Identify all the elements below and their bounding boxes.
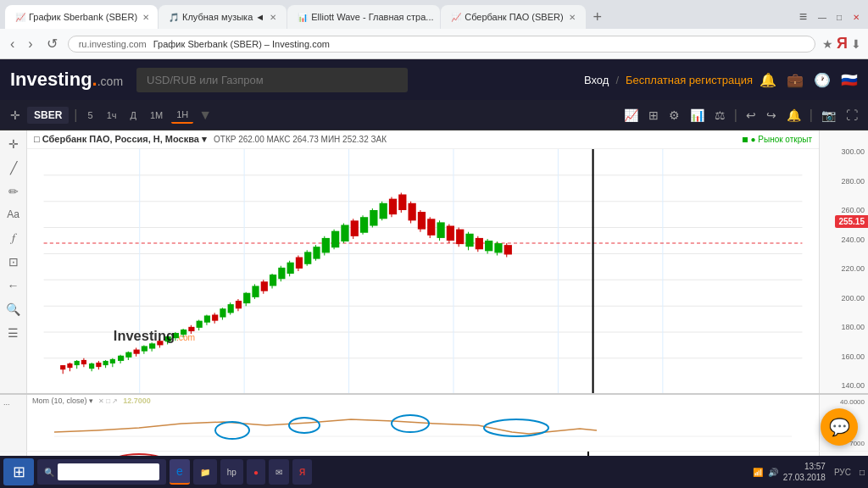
text-tool[interactable]: Aa [7,208,19,220]
momentum-chart: Mom (10, close) ▾ ✕ □ ↗ 12.7000 [27,395,819,451]
svg-rect-62 [236,301,242,308]
flag-icon[interactable]: 🇷🇺 [841,72,858,88]
tf-5[interactable]: 5 [83,108,98,123]
minimize-button[interactable]: — [815,10,829,24]
taskbar-chrome[interactable]: ● [247,459,265,485]
trend-line-tool[interactable]: ╱ [10,161,17,175]
svg-rect-88 [351,220,359,236]
chart-type-bar[interactable]: ⊞ [645,107,662,124]
tab-music[interactable]: 🎵 Клубная музыка ◄ ✕ [159,5,287,29]
taskbar-explorer[interactable]: 📁 [193,459,217,485]
taskbar-ie[interactable]: e [170,459,190,485]
pencil-tool[interactable]: ✏ [8,185,19,198]
svg-rect-114 [476,238,483,249]
window-controls: ≡ — □ ✕ [794,9,863,25]
login-button[interactable]: Вход [584,74,609,86]
status-dot [743,137,748,142]
crosshair-tool[interactable]: ✛ [7,107,24,124]
svg-rect-64 [243,293,250,303]
new-tab-button[interactable]: + [587,9,609,25]
url-input[interactable]: ru.investing.com График Sberbank (SBER) … [68,36,815,53]
chart-body: ✛ ╱ ✏ Aa 𝑓 ⊡ ← 🔍 ☰ □ Сбербанк ПАО, Росси… [0,130,868,393]
bell-icon[interactable]: 🔔 [760,72,776,88]
camera-btn[interactable]: 📷 [818,107,839,124]
ohlc-data: ОТКР 262.00 МАКС 264.73 МИН 252.32 ЗАК [214,135,387,144]
indicators-btn[interactable]: ⚙ [665,107,683,124]
fibonacci-tool[interactable]: 𝑓 [12,230,15,245]
taskbar-mail[interactable]: ✉ [269,459,289,485]
fibonacci-btn[interactable]: ⚖ [711,107,729,124]
taskbar-yandex[interactable]: Я [292,459,312,485]
tab-close-chart[interactable]: ✕ [142,13,149,22]
forward-button[interactable]: › [25,35,36,53]
tab-chart[interactable]: 📈 График Sberbank (SBER) ✕ [5,5,158,29]
svg-rect-70 [270,274,276,286]
tab-close-elliott[interactable]: ✕ [439,13,441,22]
market-status: ● Рынок открыт [743,135,812,144]
close-button[interactable]: ✕ [849,10,863,24]
header-icons: 🔔 💼 🕐 🇷🇺 [760,72,858,88]
tf-1h[interactable]: 1ч [102,108,122,123]
layers-tool[interactable]: ☰ [8,326,19,340]
chart-type-line[interactable]: 📈 [620,107,642,124]
price-240: 240.00 [823,236,865,244]
alert-btn[interactable]: 🔔 [783,107,804,124]
svg-rect-82 [322,238,330,252]
svg-rect-76 [296,258,303,269]
tab-close-music[interactable]: ✕ [270,13,276,22]
mom-left-tools: ... [0,395,27,451]
briefcase-icon[interactable]: 💼 [787,72,804,88]
price-160: 160.00 [823,352,865,361]
svg-rect-94 [380,203,387,219]
clock-icon[interactable]: 🕐 [814,72,831,88]
taskbar: ⊞ 🔍 e 📁 hp ● ✉ Я 📶 🔊 13:57 27.03.2018 РУ… [0,456,868,488]
svg-rect-38 [142,346,147,351]
svg-text:Investing: Investing [114,328,175,343]
svg-rect-100 [409,203,416,221]
cursor-tool[interactable]: ✛ [8,137,19,151]
price-180: 180.00 [823,323,865,331]
tab-close-sber[interactable]: ✕ [569,13,576,22]
mom-settings[interactable]: Mom (10, close) ▾ [32,396,93,405]
start-button[interactable]: ⊞ [3,458,34,485]
svg-rect-118 [494,243,502,252]
register-button[interactable]: Бесплатная регистрация [626,74,753,86]
hp-icon: hp [227,468,236,477]
maximize-button[interactable]: □ [832,10,846,24]
svg-rect-28 [103,361,108,365]
svg-rect-98 [398,194,406,210]
mom-tool[interactable]: ... [0,395,26,410]
svg-rect-22 [81,360,86,364]
svg-rect-90 [360,217,368,233]
tab-elliott[interactable]: 📊 Elliott Wave - Главная стра... ✕ [287,5,440,29]
taskbar-search-input[interactable] [58,463,159,480]
action-center-icon[interactable]: □ [860,468,865,477]
search-input[interactable] [136,68,408,92]
tab-sber[interactable]: 📈 Сбербанк ПАО (SBER) ✕ [441,5,585,29]
taskbar-search[interactable]: 🔍 [37,459,166,485]
current-price-tag: 255.15 [835,215,868,228]
measure-tool[interactable]: ⊡ [8,255,19,269]
hamburger-menu[interactable]: ≡ [794,9,812,25]
fullscreen-btn[interactable]: ⛶ [843,107,861,124]
back-button[interactable]: ‹ [7,35,18,53]
svg-rect-80 [313,247,320,258]
candlestick-chart: Investing .com [27,149,819,393]
chart-symbol-title[interactable]: □ Сбербанк ПАО, Россия, Н, Москва ▾ [34,134,207,145]
undo-btn[interactable]: ↩ [743,107,760,124]
svg-rect-20 [75,361,80,365]
tf-1w[interactable]: 1Н [171,107,193,124]
taskbar-hp[interactable]: hp [220,459,243,485]
back-arrow-tool[interactable]: ← [8,279,19,292]
tf-d[interactable]: Д [125,108,141,123]
download-button[interactable]: ⬇ [851,37,861,51]
tf-1m[interactable]: 1М [145,108,168,123]
network-icon: 📶 [753,468,763,477]
yandex-btn[interactable]: Я [837,35,848,53]
chat-bubble[interactable]: 💬 [821,408,858,446]
compare-btn[interactable]: 📊 [687,107,708,124]
zoom-in-tool[interactable]: 🔍 [6,302,20,316]
redo-btn[interactable]: ↪ [763,107,780,124]
refresh-button[interactable]: ↺ [43,34,61,53]
bookmark-button[interactable]: ★ [822,37,833,51]
